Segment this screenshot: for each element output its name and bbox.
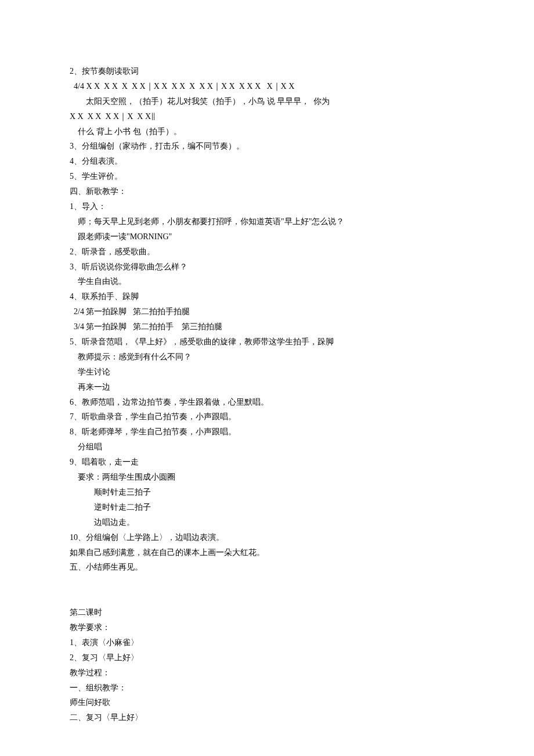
text-line: 师；每天早上见到老师，小朋友都要打招呼，你知道英语"早上好"怎么说？ (70, 214, 464, 229)
document-page: 2、按节奏朗读歌词4/4 X X X X X X X｜X X X X X X X… (0, 0, 534, 756)
text-line: 学生讨论 (70, 365, 464, 380)
text-line: 9、唱着歌，走一走 (70, 455, 464, 470)
text-line: 6、教师范唱，边常边拍节奏，学生跟着做，心里默唱。 (70, 395, 464, 410)
text-line: 5、学生评价。 (70, 169, 464, 184)
text-line: 3、分组编创（家动作，打击乐，编不同节奏）。 (70, 139, 464, 154)
text-line: 太阳天空照，（拍手）花儿对我笑（拍手），小鸟 说 早早早， 你为 (70, 94, 464, 109)
text-line: 2、听录音，感受歌曲。 (70, 244, 464, 260)
text-line: 五、小结师生再见。 (70, 560, 464, 575)
text-line: 四、新歌教学： (70, 184, 464, 199)
text-line: 什么 背上 小书 包（拍手）。 (70, 124, 464, 139)
text-line: 教学要求： (70, 620, 464, 635)
text-line: 分组唱 (70, 440, 464, 455)
text-line (70, 590, 464, 605)
text-line: 师生问好歌 (70, 695, 464, 710)
text-line: 5、听录音范唱，《早上好》，感受歌曲的旋律，教师带这学生拍手，跺脚 (70, 334, 464, 350)
text-line: 4、联系拍手、跺脚 (70, 289, 464, 304)
text-line: X X X X X X｜X X X‖ (70, 109, 464, 124)
text-line: 8、听老师弹琴，学生自己拍节奏，小声跟唱。 (70, 424, 464, 440)
text-line: 要求：两组学生围成小圆圈 (70, 470, 464, 485)
text-line: 3/4 第一拍跺脚 第二拍拍手 第三拍拍腿 (70, 319, 464, 334)
text-line: 边唱边走。 (70, 515, 464, 530)
text-line (70, 575, 464, 590)
text-line: 顺时针走三拍子 (70, 485, 464, 500)
text-line: 4、分组表演。 (70, 154, 464, 169)
text-line: 2、复习〈早上好〉 (70, 650, 464, 665)
text-line: 第二课时 (70, 605, 464, 620)
text-line: 再来一边 (70, 380, 464, 395)
text-line: 2/4 第一拍跺脚 第二拍拍手拍腿 (70, 304, 464, 319)
text-line: 2、按节奏朗读歌词 (70, 64, 464, 79)
text-line: 4/4 X X X X X X X｜X X X X X X X｜X X X X … (70, 79, 464, 94)
text-line: 7、听歌曲录音，学生自己拍节奏，小声跟唱。 (70, 409, 464, 424)
document-content: 2、按节奏朗读歌词4/4 X X X X X X X｜X X X X X X X… (70, 64, 464, 725)
text-line: 1、导入： (70, 199, 464, 214)
text-line: 10、分组编创〈上学路上〉，边唱边表演。 (70, 530, 464, 545)
text-line: 逆时针走二拍子 (70, 500, 464, 515)
text-line: 1、表演〈小麻雀〉 (70, 635, 464, 650)
text-line: 教师提示：感觉到有什么不同？ (70, 350, 464, 365)
text-line: 一、组织教学： (70, 681, 464, 696)
text-line: 学生自由说。 (70, 274, 464, 289)
text-line: 教学过程： (70, 665, 464, 681)
text-line: 跟老师读一读"MORNING" (70, 229, 464, 244)
text-line: 如果自己感到满意，就在自己的课本上画一朵大红花。 (70, 545, 464, 560)
text-line: 二、复习〈早上好〉 (70, 710, 464, 725)
text-line: 3、听后说说你觉得歌曲怎么样？ (70, 260, 464, 275)
